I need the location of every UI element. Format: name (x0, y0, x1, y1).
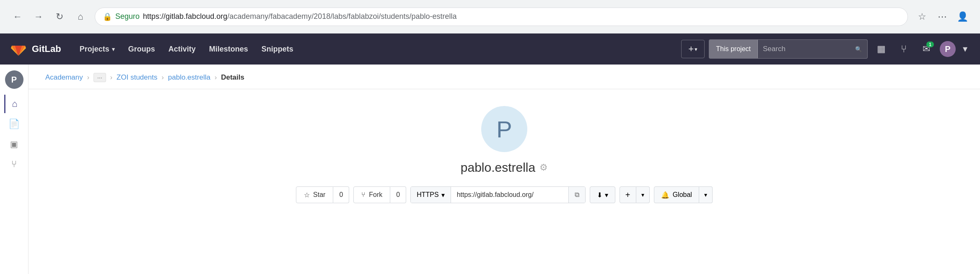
extensions-button[interactable]: ⋯ (933, 8, 951, 26)
url-group: HTTPS ▾ https://gitlab.fabcloud.org/ ⧉ (410, 186, 585, 203)
user-chevron-icon: ▾ (963, 44, 967, 54)
clone-button[interactable]: ⬇ ▾ (590, 186, 615, 203)
fork-icon: ⑂ (361, 191, 366, 199)
home-button[interactable]: ⌂ (71, 8, 90, 26)
project-name: pablo.estrella ⚙ (461, 160, 548, 175)
notification-chevron-icon: ▾ (704, 191, 707, 198)
todos-button[interactable]: ✉ 1 (917, 40, 936, 58)
todo-badge: 1 (926, 41, 934, 47)
add-chevron-icon: ▾ (641, 191, 644, 198)
notification-dropdown-button[interactable]: ▾ (699, 186, 713, 203)
sidebar-item-overview[interactable]: ⌂ (4, 95, 24, 113)
merge-requests-icon: ⑂ (11, 159, 17, 170)
address-bar[interactable]: 🔒 Seguro https://gitlab.fabcloud.org/aca… (95, 8, 908, 26)
avatar-initial: P (945, 44, 950, 54)
project-center: P pablo.estrella ⚙ ☆ Star 0 (29, 89, 980, 216)
gitlab-logo-icon (10, 41, 27, 57)
sidebar-user-avatar[interactable]: P (5, 70, 23, 89)
clone-icon: ⬇ (597, 191, 602, 199)
projects-chevron: ▾ (112, 46, 115, 52)
url-path: /academany/fabacademy/2018/labs/fablabzo… (227, 12, 456, 21)
breadcrumb-sep-1: › (87, 74, 89, 81)
notification-button[interactable]: 🔔 Global (654, 186, 699, 203)
breadcrumb-sep-3: › (161, 74, 163, 81)
breadcrumb: Academany › ··· › ZOI students › pablo.e… (29, 65, 980, 89)
user-menu-chevron[interactable]: ▾ (960, 40, 970, 58)
copy-url-button[interactable]: ⧉ (568, 187, 585, 203)
search-submit-button[interactable]: 🔍 (850, 40, 867, 58)
browser-actions: ☆ ⋯ 👤 (913, 8, 972, 26)
url-text: https://gitlab.fabcloud.org/ (451, 191, 568, 199)
nav-milestones[interactable]: Milestones (203, 41, 254, 57)
project-avatar: P (481, 106, 527, 152)
search-icon: 🔍 (855, 46, 862, 52)
forward-button[interactable]: → (29, 8, 48, 26)
star-count: 0 (333, 186, 349, 203)
search-input[interactable] (758, 40, 850, 58)
star-button[interactable]: ☆ Star (296, 186, 333, 203)
nav-links: Projects ▾ Groups Activity Milestones Sn… (74, 41, 682, 57)
main-content: Academany › ··· › ZOI students › pablo.e… (29, 65, 980, 274)
star-icon: ☆ (304, 191, 310, 199)
browser-nav-buttons: ← → ↻ ⌂ (8, 8, 90, 26)
fork-count: 0 (390, 186, 406, 203)
copy-icon: ⧉ (575, 191, 579, 199)
sidebar-item-repository[interactable]: 📄 (5, 115, 23, 133)
browser-chrome: ← → ↻ ⌂ 🔒 Seguro https://gitlab.fabcloud… (0, 0, 980, 34)
breadcrumb-academany[interactable]: Academany (45, 73, 83, 82)
protocol-chevron: ▾ (441, 191, 445, 199)
file-icon: 📄 (8, 119, 20, 129)
plus-chevron: ▾ (695, 46, 697, 52)
user-avatar[interactable]: P (940, 41, 956, 57)
left-sidebar: P ⌂ 📄 ▣ ⑂ (0, 65, 29, 274)
gitlab-logo-text: GitLab (32, 44, 61, 54)
address-url: https://gitlab.fabcloud.org/academany/fa… (143, 12, 900, 21)
sidebar-item-merge-requests[interactable]: ⑂ (5, 155, 23, 173)
secure-label: Seguro (115, 12, 140, 21)
nav-projects[interactable]: Projects ▾ (74, 41, 121, 57)
add-file-button[interactable]: + (620, 186, 636, 203)
breadcrumb-details: Details (221, 73, 244, 82)
nav-activity[interactable]: Activity (163, 41, 202, 57)
breadcrumb-sep-4: › (215, 74, 217, 81)
refresh-button[interactable]: ↻ (50, 8, 69, 26)
gitlab-navbar: GitLab Projects ▾ Groups Activity Milest… (0, 34, 980, 65)
plus-icon: + (688, 44, 694, 54)
project-actions: ☆ Star 0 ⑂ Fork 0 HTTPS (296, 186, 713, 203)
breadcrumb-zoi-students[interactable]: ZOI students (117, 73, 157, 82)
navbar-right: + ▾ This project 🔍 ▦ ⑂ ✉ 1 P ▾ (681, 39, 970, 59)
layout-icon-button[interactable]: ▦ (872, 40, 890, 58)
fork-button[interactable]: ⑂ Fork (353, 186, 390, 203)
add-dropdown-button[interactable]: ▾ (636, 186, 650, 203)
project-settings-icon[interactable]: ⚙ (539, 162, 548, 173)
breadcrumb-pablo-estrella[interactable]: pablo.estrella (168, 73, 210, 82)
profile-button[interactable]: 👤 (953, 8, 972, 26)
search-group: This project 🔍 (709, 39, 868, 59)
home-icon: ⌂ (12, 98, 17, 109)
clone-chevron: ▾ (605, 191, 608, 199)
merge-requests-button[interactable]: ⑂ (894, 40, 913, 58)
bookmark-button[interactable]: ☆ (913, 8, 931, 26)
page-layout: P ⌂ 📄 ▣ ⑂ Academany › ··· › ZOI students… (0, 65, 980, 274)
back-button[interactable]: ← (8, 8, 27, 26)
bell-icon: 🔔 (661, 191, 669, 199)
nav-groups[interactable]: Groups (122, 41, 161, 57)
new-item-button[interactable]: + ▾ (681, 40, 705, 58)
layout-icon: ▦ (877, 44, 886, 54)
url-domain: https://gitlab.fabcloud.org (143, 12, 227, 21)
nav-snippets[interactable]: Snippets (256, 41, 299, 57)
add-icon: + (625, 190, 630, 200)
breadcrumb-sep-2: › (110, 74, 112, 81)
issues-icon: ▣ (10, 139, 18, 149)
secure-icon: 🔒 (103, 12, 112, 21)
sidebar-item-issues[interactable]: ▣ (5, 135, 23, 153)
search-scope-button[interactable]: This project (709, 40, 758, 58)
star-group: ☆ Star 0 (296, 186, 349, 203)
breadcrumb-dots[interactable]: ··· (93, 73, 106, 82)
gitlab-logo[interactable]: GitLab (10, 41, 61, 57)
merge-icon: ⑂ (901, 43, 907, 55)
fork-group: ⑂ Fork 0 (353, 186, 406, 203)
url-protocol-button[interactable]: HTTPS ▾ (411, 187, 451, 203)
